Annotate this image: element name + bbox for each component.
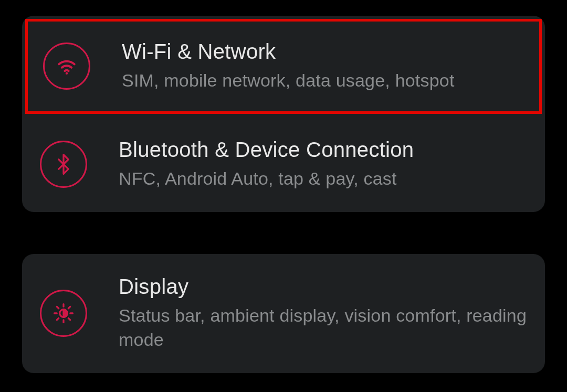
settings-item-subtitle: SIM, mobile network, data usage, hotspot — [122, 69, 524, 93]
settings-item-text: Wi-Fi & Network SIM, mobile network, dat… — [122, 40, 524, 93]
bluetooth-icon — [40, 141, 87, 188]
settings-group-1: Wi-Fi & Network SIM, mobile network, dat… — [22, 16, 545, 212]
svg-line-8 — [57, 319, 58, 320]
settings-group-2: Display Status bar, ambient display, vis… — [22, 254, 545, 373]
wifi-icon — [43, 43, 90, 90]
settings-item-title: Bluetooth & Device Connection — [119, 138, 527, 162]
settings-item-title: Display — [119, 275, 527, 299]
brightness-icon — [40, 290, 87, 337]
settings-item-subtitle: Status bar, ambient display, vision comf… — [119, 304, 527, 352]
settings-item-text: Bluetooth & Device Connection NFC, Andro… — [119, 138, 527, 191]
settings-item-subtitle: NFC, Android Auto, tap & pay, cast — [119, 167, 527, 191]
svg-line-9 — [68, 307, 70, 309]
settings-item-title: Wi-Fi & Network — [122, 40, 524, 63]
svg-line-7 — [68, 319, 70, 320]
settings-item-text: Display Status bar, ambient display, vis… — [119, 275, 527, 352]
settings-item-bluetooth-device[interactable]: Bluetooth & Device Connection NFC, Andro… — [22, 117, 545, 212]
settings-item-display[interactable]: Display Status bar, ambient display, vis… — [22, 254, 545, 373]
svg-point-0 — [66, 72, 68, 75]
svg-line-6 — [57, 307, 58, 309]
settings-item-wifi-network[interactable]: Wi-Fi & Network SIM, mobile network, dat… — [25, 19, 542, 114]
